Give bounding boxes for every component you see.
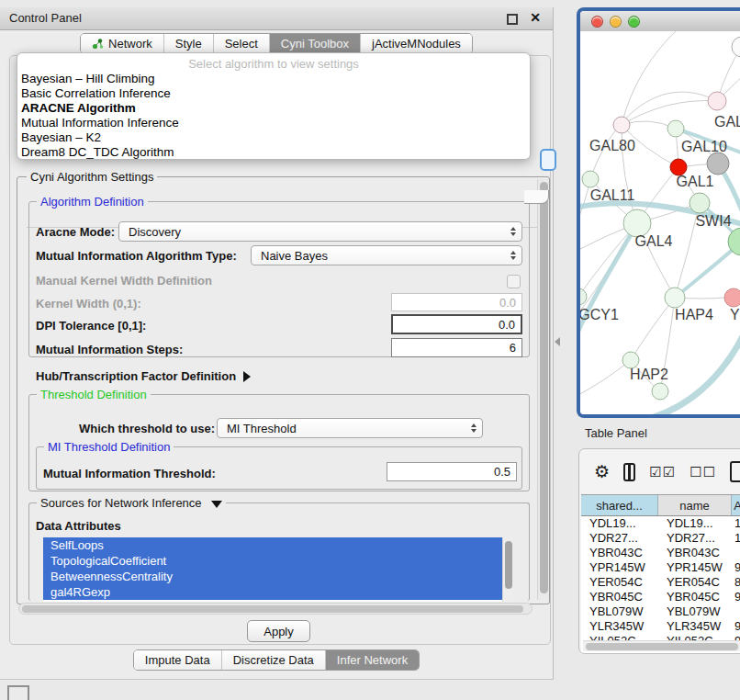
table-cell[interactable]: YBR045C: [658, 590, 732, 604]
table-row[interactable]: YDL19...YDL19...13: [581, 516, 740, 531]
table-row[interactable]: YLR345WYLR345W9.: [581, 619, 740, 634]
algorithm-option-bayesian-hill-climbing[interactable]: Bayesian – Hill Climbing: [17, 72, 530, 86]
float-icon[interactable]: [507, 14, 518, 25]
column-header-a[interactable]: A: [732, 495, 740, 515]
tab-discretize-data[interactable]: Discretize Data: [221, 650, 325, 670]
network-node-partial-top[interactable]: [732, 37, 740, 57]
column-header-shared[interactable]: shared...: [581, 495, 658, 515]
close-icon[interactable]: ✕: [530, 10, 541, 25]
tab-cyni-toolbox[interactable]: Cyni Toolbox: [269, 34, 360, 53]
control-panel-titlebar: Control Panel ✕: [0, 7, 553, 30]
scrollbar-thumb[interactable]: [540, 182, 548, 593]
hub-definition-expander[interactable]: Hub/Transcription Factor Definition: [36, 369, 251, 383]
minimize-traffic-light-icon[interactable]: [610, 16, 622, 28]
network-node-gcy1[interactable]: [580, 288, 587, 305]
table-cell[interactable]: [732, 604, 740, 619]
data-attribute-item[interactable]: SelfLoops: [43, 537, 502, 553]
table-cell[interactable]: 9.: [732, 590, 740, 604]
sheet-icon[interactable]: [730, 461, 740, 482]
table-row[interactable]: YBL079WYBL079W: [581, 604, 740, 619]
table-cell[interactable]: YPR145W: [581, 560, 658, 575]
table-row[interactable]: YPR145WYPR145W9.: [581, 560, 740, 575]
which-threshold-combobox[interactable]: MI Threshold: [217, 418, 483, 438]
tab-jactivemnodules[interactable]: jActiveMNodules: [360, 34, 472, 53]
gear-icon[interactable]: ⚙: [594, 463, 610, 480]
algorithm-option-dream8-dc-tdc-algorithm[interactable]: Dream8 DC_TDC Algorithm: [17, 145, 530, 160]
table-cell[interactable]: YDL19...: [581, 516, 658, 531]
mi-steps-field[interactable]: 6: [391, 338, 522, 357]
settings-horizontal-scrollbar[interactable]: [18, 603, 533, 615]
data-attribute-item[interactable]: TopologicalCoefficient: [43, 553, 502, 569]
tab-style[interactable]: Style: [163, 34, 213, 53]
mi-type-combobox[interactable]: Naive Bayes: [251, 245, 522, 265]
table-cell[interactable]: YBL079W: [658, 604, 732, 619]
data-attributes-scrollbar[interactable]: [502, 537, 513, 602]
table-cell[interactable]: 13: [732, 516, 740, 531]
splitter-handle[interactable]: [555, 337, 560, 346]
network-node-gray[interactable]: [707, 152, 729, 175]
table-cell[interactable]: YLR345W: [581, 619, 658, 634]
apply-button[interactable]: Apply: [247, 620, 310, 642]
algorithm-list: Bayesian – Hill ClimbingBasic Correlatio…: [17, 72, 530, 160]
table-cell[interactable]: YBL079W: [581, 604, 658, 619]
table-cell[interactable]: YBR045C: [581, 590, 658, 604]
table-horizontal-scrollbar[interactable]: [583, 640, 740, 651]
data-attribute-item[interactable]: BetweennessCentrality: [43, 569, 502, 584]
checked-boxes-icon[interactable]: ☑☑: [649, 465, 676, 479]
network-node-hap4[interactable]: [665, 288, 685, 308]
table-cell[interactable]: 9.: [732, 619, 740, 634]
network-canvas[interactable]: GALGAL80GAL10GAL1SWI4GAL11GAL4GCY1HAP4YH…: [580, 31, 740, 414]
data-attribute-item[interactable]: gal4RGexp: [43, 584, 502, 600]
scrollbar-thumb[interactable]: [505, 541, 512, 589]
dpi-tolerance-field[interactable]: 0.0: [391, 314, 522, 334]
tab-impute-data[interactable]: Impute Data: [134, 650, 221, 670]
split-view-icon[interactable]: [623, 463, 635, 481]
algorithm-option-aracne-algorithm[interactable]: ARACNE Algorithm: [17, 101, 530, 116]
network-node-gal1[interactable]: [690, 193, 710, 213]
node-label-swi4: SWI4: [695, 213, 731, 229]
tab-network[interactable]: Network: [81, 34, 163, 53]
docked-widget-icon[interactable]: [7, 685, 29, 700]
network-node-bottom[interactable]: [652, 383, 668, 400]
network-window-titlebar[interactable]: [580, 11, 740, 32]
zoom-traffic-light-icon[interactable]: [628, 16, 640, 28]
table-cell[interactable]: YPR145W: [658, 560, 732, 575]
table-row[interactable]: YBR045CYBR045C9.: [581, 590, 740, 604]
table-cell[interactable]: [732, 546, 740, 560]
table-cell[interactable]: YDR27...: [581, 531, 658, 546]
settings-vertical-scrollbar[interactable]: [537, 179, 549, 600]
table-cell[interactable]: YBR043C: [658, 546, 732, 560]
close-traffic-light-icon[interactable]: [591, 16, 603, 28]
mi-threshold-field[interactable]: 0.5: [387, 462, 517, 481]
table-cell[interactable]: 8.: [732, 575, 740, 590]
network-edge[interactable]: [580, 360, 631, 397]
algorithm-option-basic-correlation-inference[interactable]: Basic Correlation Inference: [17, 86, 530, 101]
table-cell[interactable]: 12: [732, 531, 740, 546]
network-node-gal-right[interactable]: [708, 92, 726, 110]
table-row[interactable]: YER054CYER054C8.: [581, 575, 740, 590]
table-cell[interactable]: YER054C: [658, 575, 732, 590]
table-row[interactable]: YBR043CYBR043C: [581, 546, 740, 560]
unchecked-boxes-icon[interactable]: ☐☐: [690, 465, 716, 479]
algorithm-option-bayesian-k2[interactable]: Bayesian – K2: [17, 130, 530, 145]
scrollbar-thumb[interactable]: [586, 643, 738, 650]
table-cell[interactable]: YLR345W: [658, 619, 732, 634]
tab-infer-network[interactable]: Infer Network: [325, 650, 419, 670]
network-node-gal11[interactable]: [582, 171, 599, 187]
network-node-gal10[interactable]: [667, 120, 684, 137]
table-cell[interactable]: YDR27...: [658, 531, 732, 546]
table-cell[interactable]: 9.: [732, 560, 740, 575]
column-header-name[interactable]: name: [658, 495, 732, 515]
table-cell[interactable]: YER054C: [581, 575, 658, 590]
algorithm-option-mutual-information-inference[interactable]: Mutual Information Inference: [17, 116, 530, 130]
tab-select[interactable]: Select: [213, 34, 269, 53]
table-cell[interactable]: YBR043C: [581, 546, 658, 560]
collapse-arrow-icon[interactable]: [211, 501, 222, 508]
network-node-pink-right[interactable]: [724, 288, 740, 307]
network-edge[interactable]: [631, 298, 675, 360]
aracne-mode-combobox[interactable]: Discovery: [118, 221, 522, 242]
table-cell[interactable]: YDL19...: [658, 516, 732, 531]
scrollbar-thumb[interactable]: [22, 605, 523, 613]
network-node-gal80[interactable]: [613, 117, 630, 133]
table-row[interactable]: YDR27...YDR27...12: [581, 531, 740, 546]
